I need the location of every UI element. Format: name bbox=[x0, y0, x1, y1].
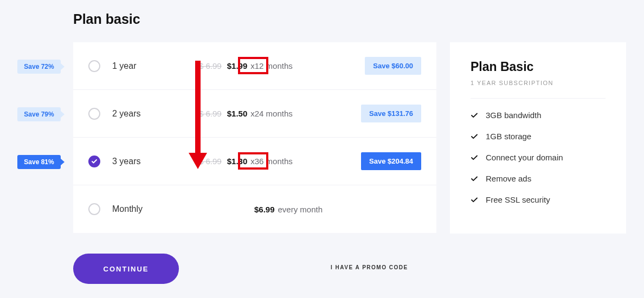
plan-duration: Monthly bbox=[112, 204, 199, 214]
plan-price-block: $6.99 every month bbox=[199, 205, 421, 214]
promo-code-link[interactable]: I HAVE A PROMO CODE bbox=[331, 264, 408, 270]
feature-item: Free SSL security bbox=[471, 195, 606, 204]
radio-icon[interactable] bbox=[88, 60, 100, 72]
feature-label: 1GB storage bbox=[486, 132, 531, 141]
save-chip: Save $204.84 bbox=[361, 152, 421, 170]
feature-label: Remove ads bbox=[486, 174, 531, 183]
check-icon bbox=[471, 175, 478, 183]
plan-price: $1.50 bbox=[227, 109, 248, 118]
plan-row-monthly[interactable]: Monthly $6.99 every month bbox=[73, 185, 436, 233]
save-tag-1: Save 72% bbox=[17, 60, 61, 74]
check-icon bbox=[471, 133, 478, 140]
feature-label: 3GB bandwidth bbox=[486, 111, 542, 120]
plan-row-3years[interactable]: 3 years $ 6.99 $1.30 x36 months Save $20… bbox=[73, 138, 436, 185]
save-tag-label: Save 72% bbox=[24, 63, 54, 70]
feature-item: Connect your domain bbox=[471, 153, 606, 162]
save-tag-label: Save 81% bbox=[24, 158, 54, 166]
plan-price-block: $ 6.99 $1.99 x12 months bbox=[199, 61, 365, 70]
check-icon bbox=[471, 154, 478, 161]
plan-price-block: $ 6.99 $1.50 x24 months bbox=[199, 109, 361, 118]
plan-duration: 2 years bbox=[112, 109, 199, 119]
plan-period: x24 months bbox=[250, 109, 293, 118]
save-chip: Save $60.00 bbox=[365, 57, 421, 75]
plan-row-1year[interactable]: 1 year $ 6.99 $1.99 x12 months Save $60.… bbox=[73, 42, 436, 90]
plan-price: $1.30 bbox=[227, 157, 248, 166]
radio-icon[interactable] bbox=[88, 108, 100, 120]
save-chip: Save $131.76 bbox=[361, 105, 421, 122]
feature-item: 1GB storage bbox=[471, 132, 606, 141]
feature-item: 3GB bandwidth bbox=[471, 111, 606, 120]
plan-period: x12 months bbox=[250, 61, 293, 70]
feature-label: Free SSL security bbox=[486, 195, 550, 204]
plan-row-2years[interactable]: 2 years $ 6.99 $1.50 x24 months Save $13… bbox=[73, 90, 436, 138]
check-icon bbox=[471, 112, 478, 119]
plan-duration: 1 year bbox=[112, 61, 199, 71]
plan-strike-price: $ 6.99 bbox=[199, 157, 222, 166]
radio-icon[interactable] bbox=[88, 203, 100, 215]
check-icon bbox=[471, 196, 478, 204]
save-tag-2: Save 79% bbox=[17, 107, 61, 121]
save-tag-label: Save 79% bbox=[24, 111, 54, 118]
plan-price-block: $ 6.99 $1.30 x36 months bbox=[199, 157, 361, 166]
plan-duration: 3 years bbox=[112, 157, 199, 166]
plan-period: x36 months bbox=[250, 157, 293, 166]
plans-card: 1 year $ 6.99 $1.99 x12 months Save $60.… bbox=[73, 42, 436, 233]
plan-strike-price: $ 6.99 bbox=[199, 61, 222, 70]
sidebar-title: Plan Basic bbox=[471, 60, 606, 74]
sidebar-subtitle: 1 YEAR SUBSCRIPTION bbox=[471, 80, 606, 86]
page-title: Plan basic bbox=[73, 11, 140, 27]
plan-period: every month bbox=[278, 205, 323, 214]
continue-button[interactable]: CONTINUE bbox=[73, 254, 179, 284]
feature-label: Connect your domain bbox=[486, 153, 563, 162]
feature-item: Remove ads bbox=[471, 174, 606, 183]
divider bbox=[471, 98, 606, 99]
sidebar-card: Plan Basic 1 YEAR SUBSCRIPTION 3GB bandw… bbox=[450, 42, 626, 234]
save-tag-3: Save 81% bbox=[17, 155, 61, 169]
plan-price: $6.99 bbox=[254, 205, 275, 214]
radio-icon[interactable] bbox=[88, 156, 100, 167]
plan-strike-price: $ 6.99 bbox=[199, 109, 222, 118]
plan-price: $1.99 bbox=[227, 61, 248, 70]
